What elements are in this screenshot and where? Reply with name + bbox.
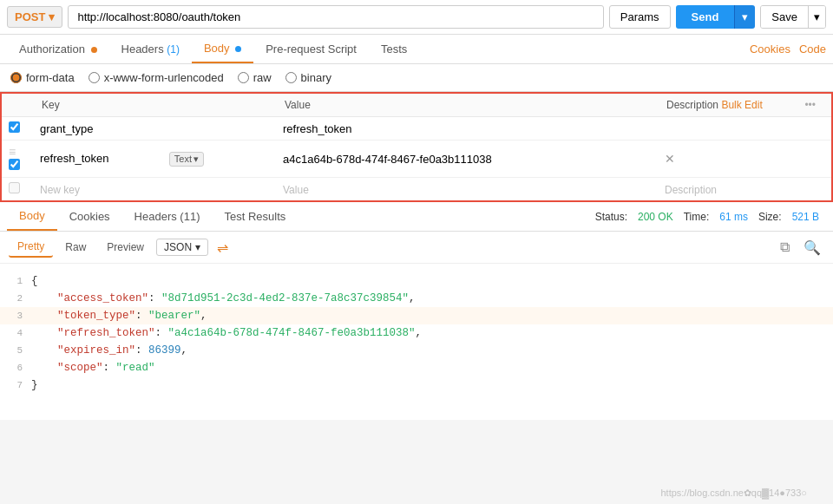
response-status: Status: 200 OK Time: 61 ms Size: 521 B [595, 211, 826, 223]
params-button[interactable]: Params [609, 5, 671, 29]
row2-value-input[interactable] [283, 153, 651, 166]
new-key-placeholder: New key [40, 184, 80, 196]
save-button-group: Save ▾ [760, 5, 826, 29]
option-binary[interactable]: binary [285, 71, 331, 84]
form-table: Key Value Description ••• Bulk Edit [2, 94, 831, 200]
row1-check-cell [2, 117, 33, 141]
tab-headers[interactable]: Headers (1) [109, 36, 192, 62]
code-link[interactable]: Code [799, 43, 826, 56]
method-dropdown-arrow: ▾ [49, 10, 55, 23]
row2-check-cell: ≡ [2, 141, 33, 178]
table-row: ≡ Text ▾ ✕ [2, 141, 831, 178]
code-line-3: 3 "token_type": "bearer", [0, 307, 833, 324]
row2-close-icon[interactable]: ✕ [665, 152, 675, 166]
tab-authorization[interactable]: Authorization [7, 36, 109, 62]
response-tab-cookies-label: Cookies [69, 210, 110, 223]
tab-tests-label: Tests [381, 43, 407, 56]
form-table-container: Key Value Description ••• Bulk Edit [0, 92, 833, 202]
text-type-selector[interactable]: Text ▾ [169, 152, 204, 167]
line-content-7: } [31, 376, 833, 394]
row1-key-input[interactable] [40, 122, 269, 135]
format-type-selector[interactable]: JSON ▾ [156, 239, 208, 256]
code-view: 1 { 2 "access_token": "8d71d951-2c3d-4ed… [0, 264, 833, 420]
col-value: Value [276, 94, 658, 117]
tab-authorization-label: Authorization [19, 43, 85, 56]
line-content-6: "scope": "read" [31, 359, 833, 376]
copy-icon[interactable]: ⧉ [777, 238, 793, 258]
line-content-5: "expires_in": 86399, [31, 342, 833, 359]
cookies-link[interactable]: Cookies [750, 43, 790, 56]
top-bar: POST ▾ Params Send ▾ Save ▾ [0, 0, 833, 35]
new-row: New key Value Description [2, 178, 831, 201]
form-rows: ≡ Text ▾ ✕ [2, 117, 831, 201]
option-form-data[interactable]: form-data [10, 71, 75, 84]
line-content-3: "token_type": "bearer", [31, 307, 833, 324]
tab-body-label: Body [204, 42, 230, 55]
format-bar: Pretty Raw Preview JSON ▾ ⇌ ⧉ 🔍 [0, 232, 833, 264]
method-selector[interactable]: POST ▾ [7, 6, 62, 28]
new-row-checkbox[interactable] [9, 182, 20, 193]
table-row [2, 117, 831, 141]
search-icon[interactable]: 🔍 [800, 238, 824, 258]
new-row-check [2, 178, 33, 201]
row1-value-input[interactable] [283, 122, 651, 135]
format-type-label: JSON [164, 241, 192, 253]
response-tab-headers[interactable]: Headers (11) [122, 203, 213, 230]
code-line-1: 1 { [0, 272, 833, 290]
row2-value-cell [276, 141, 658, 178]
response-tab-body-label: Body [19, 209, 45, 222]
row2-key-input[interactable] [40, 152, 166, 165]
row1-checkbox[interactable] [9, 121, 20, 133]
line-num-5: 5 [0, 344, 31, 359]
line-num-4: 4 [0, 326, 31, 342]
row2-key-cell: Text ▾ [33, 141, 276, 178]
save-dropdown[interactable]: ▾ [808, 6, 825, 28]
three-dots-icon[interactable]: ••• [804, 99, 816, 111]
format-tab-raw-label: Raw [65, 241, 86, 253]
tab-tests[interactable]: Tests [369, 36, 419, 62]
format-tab-preview[interactable]: Preview [98, 238, 153, 257]
option-urlencoded[interactable]: x-www-form-urlencoded [89, 71, 224, 84]
line-num-7: 7 [0, 378, 31, 394]
new-row-desc-cell: Description [658, 178, 831, 201]
row1-key-cell [33, 117, 276, 141]
code-line-7: 7 } [0, 376, 833, 394]
tab-body[interactable]: Body [192, 35, 253, 63]
line-num-3: 3 [0, 309, 31, 324]
row2-checkbox[interactable] [9, 159, 20, 170]
save-button[interactable]: Save [761, 6, 808, 28]
format-tab-pretty[interactable]: Pretty [9, 237, 53, 258]
response-tab-cookies[interactable]: Cookies [57, 203, 122, 230]
send-button-group: Send ▾ [676, 5, 756, 29]
line-content-1: { [31, 272, 833, 290]
response-tabs-row: Body Cookies Headers (11) Test Results S… [0, 202, 833, 232]
row1-desc-cell [658, 117, 831, 141]
new-desc-placeholder: Description [665, 184, 717, 196]
url-input[interactable] [68, 5, 603, 29]
response-tab-body[interactable]: Body [7, 202, 57, 231]
body-options: form-data x-www-form-urlencoded raw bina… [0, 64, 833, 92]
format-tab-preview-label: Preview [107, 241, 144, 253]
code-line-4: 4 "refresh_token": "a4c1a64b-678d-474f-8… [0, 324, 833, 342]
line-content-2: "access_token": "8d71d951-2c3d-4ed2-837e… [31, 290, 833, 307]
option-raw[interactable]: raw [238, 71, 272, 84]
body-dot [235, 46, 241, 52]
send-button[interactable]: Send [676, 5, 735, 29]
wrap-lines-icon[interactable]: ⇌ [217, 239, 228, 256]
drag-icon: ≡ [9, 145, 16, 159]
text-type-label-text: Text [174, 154, 192, 164]
tab-pre-request-script[interactable]: Pre-request Script [253, 36, 369, 62]
line-num-1: 1 [0, 274, 31, 290]
text-type-dropdown-arrow: ▾ [193, 154, 199, 165]
format-dropdown-arrow: ▾ [195, 241, 200, 253]
row1-desc-input[interactable] [665, 122, 824, 135]
send-dropdown[interactable]: ▾ [734, 5, 755, 29]
bulk-edit-button[interactable]: Bulk Edit [721, 99, 762, 111]
response-tab-test-results[interactable]: Test Results [212, 203, 298, 230]
line-content-4: "refresh_token": "a4c1a64b-678d-474f-846… [31, 324, 833, 342]
col-check [2, 94, 33, 117]
response-tab-test-results-label: Test Results [224, 210, 285, 223]
table-header-row: Key Value Description ••• Bulk Edit [2, 94, 831, 117]
line-num-6: 6 [0, 361, 31, 376]
format-tab-raw[interactable]: Raw [56, 238, 95, 257]
